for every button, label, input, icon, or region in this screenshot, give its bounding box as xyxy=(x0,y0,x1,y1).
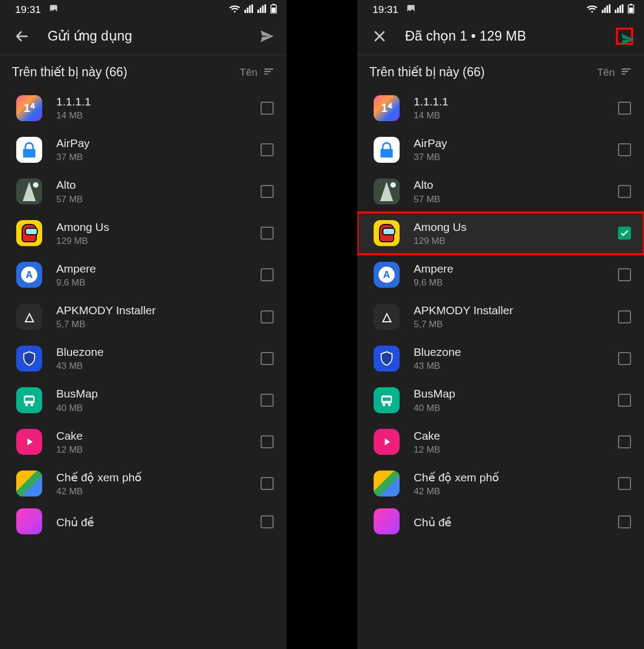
svg-rect-2 xyxy=(272,8,276,13)
checkbox[interactable] xyxy=(618,394,631,407)
checkbox[interactable] xyxy=(618,477,631,490)
app-icon xyxy=(16,178,42,204)
list-item[interactable]: Chủ đề xyxy=(357,505,644,537)
page-title: Đã chọn 1 • 129 MB xyxy=(405,28,616,44)
app-name: AirPay xyxy=(56,136,261,150)
app-list-left: 1⁴1.1.1.114 MBAirPay37 MBAlto57 MBAmong … xyxy=(0,87,287,537)
app-icon xyxy=(16,346,42,372)
app-icon xyxy=(16,387,42,413)
svg-rect-14 xyxy=(383,398,391,401)
checkbox[interactable] xyxy=(618,143,631,156)
checkbox[interactable] xyxy=(618,515,631,528)
svg-point-3 xyxy=(33,182,38,188)
app-size: 37 MB xyxy=(414,152,618,163)
sort-label[interactable]: Tên xyxy=(240,67,257,78)
app-icon: △ xyxy=(374,304,400,330)
checkbox[interactable] xyxy=(618,310,631,323)
app-icon xyxy=(16,471,42,496)
list-item[interactable]: Chế độ xem phố42 MB xyxy=(357,463,644,505)
sort-label[interactable]: Tên xyxy=(597,67,615,78)
list-item[interactable]: 1⁴1.1.1.114 MB xyxy=(0,87,287,129)
svg-point-15 xyxy=(383,403,386,406)
list-item[interactable]: 1⁴1.1.1.114 MB xyxy=(357,87,644,129)
status-bar: 19:31 xyxy=(357,0,644,17)
signal-icon xyxy=(244,4,253,16)
list-item[interactable]: △APKMODY Installer5,7 MB xyxy=(0,296,287,337)
list-item[interactable]: Cake12 MB xyxy=(357,421,644,463)
battery-icon xyxy=(270,4,277,16)
svg-marker-8 xyxy=(28,439,33,446)
app-icon: △ xyxy=(16,304,42,330)
checkbox[interactable] xyxy=(618,102,631,115)
list-item[interactable]: AirPay37 MB xyxy=(357,129,644,170)
back-icon[interactable] xyxy=(14,28,30,44)
checkbox[interactable] xyxy=(618,185,631,198)
list-item[interactable]: Among Us129 MB xyxy=(357,213,644,254)
list-item[interactable]: Chế độ xem phố42 MB xyxy=(0,463,287,505)
app-size: 57 MB xyxy=(414,194,618,205)
app-size: 12 MB xyxy=(414,445,618,455)
checkbox[interactable] xyxy=(261,435,274,448)
app-icon xyxy=(374,387,400,413)
checkbox[interactable] xyxy=(618,352,631,365)
app-list-right: 1⁴1.1.1.114 MBAirPay37 MBAlto57 MBAmong … xyxy=(357,87,644,537)
wifi-icon xyxy=(229,4,240,16)
app-size: 14 MB xyxy=(414,110,618,121)
checkbox[interactable] xyxy=(618,435,631,448)
list-item[interactable]: Alto57 MB xyxy=(0,170,287,212)
svg-point-6 xyxy=(25,403,28,406)
checkbox[interactable] xyxy=(261,515,274,528)
list-item[interactable]: BusMap40 MB xyxy=(0,379,287,421)
app-name: Chủ đề xyxy=(414,515,618,529)
list-item[interactable]: Among Us129 MB xyxy=(0,213,287,254)
app-name: Among Us xyxy=(414,220,618,234)
app-size: 42 MB xyxy=(56,486,261,497)
sort-icon[interactable] xyxy=(620,65,632,80)
close-icon[interactable] xyxy=(371,28,388,44)
app-size: 129 MB xyxy=(414,236,618,247)
list-item[interactable]: AAmpere9,6 MB xyxy=(357,254,644,296)
list-item[interactable]: Bluezone43 MB xyxy=(0,337,287,379)
checkbox[interactable] xyxy=(261,102,274,115)
checkbox[interactable] xyxy=(261,394,274,407)
app-bar: Đã chọn 1 • 129 MB xyxy=(357,17,644,55)
wifi-icon xyxy=(587,4,597,16)
list-item[interactable]: Chủ đề xyxy=(0,505,287,537)
app-name: Chế độ xem phố xyxy=(414,471,618,484)
list-item[interactable]: Bluezone43 MB xyxy=(357,337,644,379)
app-name: Chủ đề xyxy=(56,515,261,529)
checkbox[interactable] xyxy=(261,227,274,240)
list-item[interactable]: △APKMODY Installer5,7 MB xyxy=(357,296,644,337)
checkbox[interactable] xyxy=(261,185,274,198)
svg-point-7 xyxy=(31,403,34,406)
checkbox[interactable] xyxy=(618,268,631,281)
checkbox[interactable] xyxy=(261,143,274,156)
send-icon[interactable] xyxy=(258,28,276,45)
list-item[interactable]: AAmpere9,6 MB xyxy=(0,254,287,296)
sort-icon[interactable] xyxy=(263,65,275,80)
app-name: Bluezone xyxy=(56,345,261,359)
status-time: 19:31 xyxy=(15,4,41,16)
list-item[interactable]: BusMap40 MB xyxy=(357,379,644,421)
app-size: 43 MB xyxy=(56,361,261,372)
list-item[interactable]: Alto57 MB xyxy=(357,170,644,212)
phone-right: 19:31 Đã chọn 1 • 129 MB Trên thiết bị n… xyxy=(357,0,644,649)
checkbox[interactable] xyxy=(261,352,274,365)
app-size: 42 MB xyxy=(414,486,618,497)
checkbox[interactable] xyxy=(261,310,274,323)
app-bar: Gửi ứng dụng xyxy=(0,17,287,55)
app-name: APKMODY Installer xyxy=(414,303,618,317)
checkbox[interactable] xyxy=(261,477,274,490)
status-time: 19:31 xyxy=(373,4,399,16)
app-name: Bluezone xyxy=(414,345,618,359)
subheader: Trên thiết bị này (66) Tên xyxy=(357,55,644,87)
app-icon xyxy=(16,220,42,246)
svg-rect-5 xyxy=(25,398,34,401)
list-item[interactable]: AirPay37 MB xyxy=(0,129,287,170)
checkbox[interactable] xyxy=(618,227,631,240)
app-name: BusMap xyxy=(56,387,261,400)
checkbox[interactable] xyxy=(261,268,274,281)
app-name: Alto xyxy=(414,178,618,191)
send-icon[interactable] xyxy=(616,28,633,45)
list-item[interactable]: Cake12 MB xyxy=(0,421,287,463)
